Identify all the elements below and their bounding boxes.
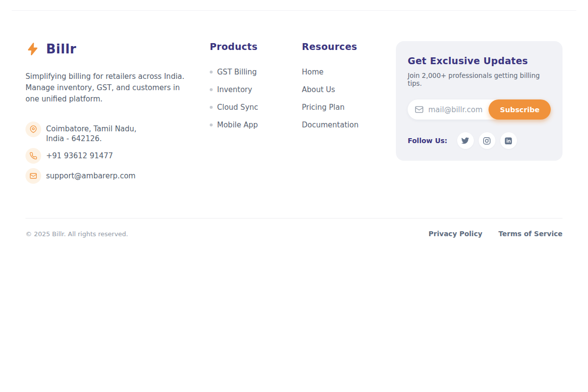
legal-links: Privacy Policy Terms of Service <box>429 230 563 238</box>
resource-link-documentation[interactable]: Documentation <box>302 120 370 129</box>
instagram-icon <box>483 137 491 145</box>
envelope-icon <box>25 168 41 184</box>
product-link-inventory[interactable]: Inventory <box>210 85 283 94</box>
address-line-2: India - 642126. <box>46 134 137 144</box>
address-line-1: Coimbatore, Tamil Nadu, <box>46 124 137 134</box>
brand-logo[interactable]: Billr <box>25 41 187 57</box>
location-pin-icon <box>25 122 41 137</box>
twitter-icon <box>461 137 469 145</box>
linkedin-icon <box>504 137 513 145</box>
email-input[interactable] <box>428 105 489 114</box>
brand-description: Simplifying billing for retailers across… <box>25 71 187 105</box>
resource-link-label: About Us <box>302 85 335 94</box>
products-column: Products GST Billing Inventory Cloud Syn… <box>210 41 283 138</box>
resource-link-about-us[interactable]: About Us <box>302 85 370 94</box>
bullet-icon <box>210 88 213 91</box>
mail-icon <box>415 105 424 114</box>
product-link-gst-billing[interactable]: GST Billing <box>210 67 283 76</box>
contact-email-row: support@ambarerp.com <box>25 168 187 184</box>
bullet-icon <box>210 71 213 74</box>
contact-list: Coimbatore, Tamil Nadu, India - 642126. … <box>25 122 187 184</box>
lightning-bolt-icon <box>25 41 40 57</box>
contact-address: Coimbatore, Tamil Nadu, India - 642126. <box>46 122 137 144</box>
phone-icon <box>25 148 41 164</box>
bullet-icon <box>210 123 213 126</box>
contact-email[interactable]: support@ambarerp.com <box>46 168 136 181</box>
linkedin-button[interactable] <box>500 132 517 149</box>
resource-link-pricing-plan[interactable]: Pricing Plan <box>302 102 370 112</box>
newsletter-subtitle: Join 2,000+ professionals getting billin… <box>408 72 551 87</box>
product-link-mobile-app[interactable]: Mobile App <box>210 120 283 129</box>
resource-link-label: Home <box>302 68 323 76</box>
subscribe-form: Subscribe <box>408 99 551 120</box>
contact-phone-row: +91 93612 91477 <box>25 148 187 164</box>
contact-address-row: Coimbatore, Tamil Nadu, India - 642126. <box>25 122 187 144</box>
resources-column: Resources Home About Us Pricing Plan Doc… <box>302 41 370 138</box>
instagram-button[interactable] <box>479 132 495 149</box>
products-title: Products <box>210 41 283 52</box>
resource-link-label: Documentation <box>302 121 359 129</box>
resource-link-home[interactable]: Home <box>302 67 370 76</box>
terms-of-service-link[interactable]: Terms of Service <box>498 230 563 238</box>
privacy-policy-link[interactable]: Privacy Policy <box>429 230 483 238</box>
contact-phone[interactable]: +91 93612 91477 <box>46 148 113 161</box>
resources-title: Resources <box>302 41 370 52</box>
follow-us-label: Follow Us: <box>408 137 447 145</box>
newsletter-card: Get Exclusive Updates Join 2,000+ profes… <box>396 41 563 161</box>
resources-list: Home About Us Pricing Plan Documentation <box>302 67 370 129</box>
brand-column: Billr Simplifying billing for retailers … <box>25 41 187 188</box>
product-link-cloud-sync[interactable]: Cloud Sync <box>210 102 283 112</box>
product-link-label: Inventory <box>217 85 252 94</box>
social-links <box>457 132 517 149</box>
twitter-button[interactable] <box>457 132 474 149</box>
copyright-text: © 2025 Billr. All rights reserved. <box>25 230 128 238</box>
follow-row: Follow Us: <box>408 132 551 149</box>
product-link-label: Mobile App <box>217 121 258 129</box>
subscribe-button[interactable]: Subscribe <box>489 99 551 120</box>
product-link-label: GST Billing <box>217 68 257 76</box>
newsletter-title: Get Exclusive Updates <box>408 55 551 66</box>
products-list: GST Billing Inventory Cloud Sync Mobile … <box>210 67 283 129</box>
brand-name: Billr <box>46 42 76 56</box>
product-link-label: Cloud Sync <box>217 103 258 112</box>
footer-main: Billr Simplifying billing for retailers … <box>0 11 588 188</box>
resource-link-label: Pricing Plan <box>302 103 344 112</box>
bullet-icon <box>210 106 213 109</box>
bottom-bar: © 2025 Billr. All rights reserved. Priva… <box>0 219 588 249</box>
